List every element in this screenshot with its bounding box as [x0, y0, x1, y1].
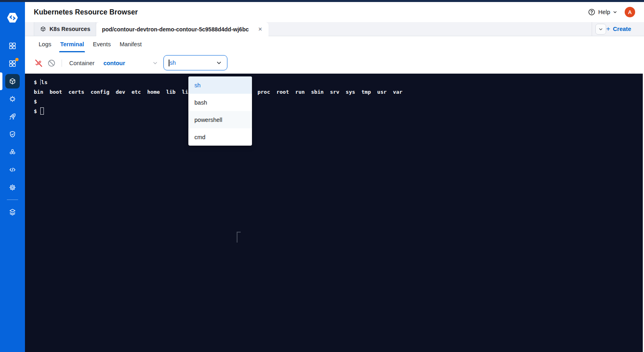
chevron-down-icon [613, 10, 617, 14]
plug-off-icon [34, 58, 43, 68]
active-indicator [0, 72, 2, 90]
prompt: $ [34, 99, 37, 105]
subtab-label: Events [93, 41, 111, 47]
shell-option-cmd[interactable]: cmd [188, 128, 252, 146]
help-label: Help [598, 9, 610, 15]
devtron-logo-icon [6, 11, 19, 25]
chevron-down-icon [216, 60, 222, 66]
shell-dropdown: sh bash powershell cmd [188, 76, 252, 146]
window-top-strip [0, 0, 644, 2]
sidebar-item-resource-browser[interactable] [5, 74, 20, 89]
help-menu[interactable]: Help [588, 8, 617, 16]
text-caret [169, 60, 169, 66]
shell-option-sh[interactable]: sh [188, 76, 252, 94]
sidebar-item-application-groups[interactable] [5, 56, 20, 71]
chevron-down-icon [152, 60, 158, 66]
resource-tab-bar: K8s Resources pod/contour-devtron-demo-c… [25, 22, 644, 36]
container-value: contour [103, 60, 125, 66]
subtab-label: Manifest [120, 41, 142, 47]
main-area: Kubernetes Resource Browser Help A [25, 2, 644, 352]
tab-pod-contour[interactable]: pod/contour-devtron-demo-contour-5c9588d… [96, 22, 268, 36]
plus-icon: + [606, 25, 610, 33]
page-title: Kubernetes Resource Browser [34, 8, 138, 16]
terminal-toolbar: Container contour sh [25, 52, 644, 74]
helm-wheel-icon [8, 95, 17, 103]
clear-terminal-button[interactable] [47, 59, 56, 68]
rocket-icon [8, 112, 17, 121]
terminal[interactable]: $ls bin boot certs config dev etc home l… [25, 74, 644, 352]
tab-label: pod/contour-devtron-demo-contour-5c9588d… [102, 26, 249, 33]
pod-subtabs: Logs Terminal Events Manifest [25, 36, 644, 52]
corner-mark [237, 232, 241, 243]
create-label: Create [613, 26, 631, 32]
option-label: sh [194, 82, 200, 89]
sidebar-item-applications[interactable] [5, 39, 20, 53]
sidebar-item-code[interactable] [5, 163, 20, 177]
cube-icon [40, 26, 46, 32]
hexagon-cluster-icon [8, 148, 17, 156]
layers-icon [8, 208, 17, 216]
avatar[interactable]: A [625, 7, 635, 17]
cube-icon [8, 77, 17, 86]
container-select[interactable]: contour [103, 60, 158, 66]
notification-dot [15, 58, 19, 61]
prompt: $ [34, 79, 37, 85]
sidebar-item-stack-manager[interactable] [5, 205, 20, 219]
gear-icon [8, 183, 17, 192]
subtab-logs[interactable]: Logs [39, 36, 51, 52]
subtab-label: Terminal [60, 41, 84, 47]
subtab-terminal[interactable]: Terminal [60, 36, 84, 52]
terminal-line: $ [34, 97, 644, 107]
tab-label: K8s Resources [50, 26, 90, 32]
tab-bar-divider [592, 22, 592, 36]
option-label: powershell [194, 117, 222, 123]
close-icon[interactable]: ✕ [256, 25, 264, 33]
subtab-events[interactable]: Events [93, 36, 111, 52]
toolbar-divider [62, 60, 62, 67]
grid-icon [8, 41, 17, 50]
disconnect-button[interactable] [34, 58, 43, 68]
code-icon [8, 165, 17, 174]
command-text: ls [41, 79, 47, 85]
tab-bar-spacer [268, 22, 592, 36]
devtron-logo[interactable] [0, 0, 25, 35]
terminal-line: bin boot certs config dev etc home lib l… [34, 87, 644, 97]
block-icon [47, 59, 56, 68]
sidebar-item-security[interactable] [5, 127, 20, 142]
shell-option-bash[interactable]: bash [188, 94, 252, 111]
sidebar-item-global-config[interactable] [5, 180, 20, 195]
shell-select[interactable]: sh [163, 55, 227, 70]
shell-option-powershell[interactable]: powershell [188, 111, 252, 128]
shield-check-icon [8, 130, 17, 139]
subtab-manifest[interactable]: Manifest [120, 36, 142, 52]
option-label: bash [194, 99, 207, 106]
container-label: Container [69, 60, 95, 66]
subtab-label: Logs [39, 41, 51, 47]
sidebar [0, 0, 25, 352]
sidebar-item-chart-store[interactable] [5, 92, 20, 106]
option-label: cmd [194, 134, 205, 140]
sidebar-item-deploy[interactable] [5, 109, 20, 124]
tab-overflow-button[interactable] [595, 24, 606, 35]
tab-k8s-resources[interactable]: K8s Resources [34, 22, 96, 36]
prompt: $ [34, 108, 37, 114]
help-icon [588, 8, 596, 16]
chevron-down-icon [598, 27, 603, 32]
app-header: Kubernetes Resource Browser Help A [25, 2, 644, 22]
sidebar-item-clusters[interactable] [5, 145, 20, 159]
terminal-cursor [40, 107, 44, 115]
create-button[interactable]: + Create [606, 25, 631, 33]
shell-value: sh [170, 60, 216, 66]
terminal-line: $ls [34, 78, 644, 87]
terminal-line: $ [34, 107, 644, 116]
sidebar-nav [5, 35, 20, 222]
sidebar-divider [7, 200, 18, 200]
